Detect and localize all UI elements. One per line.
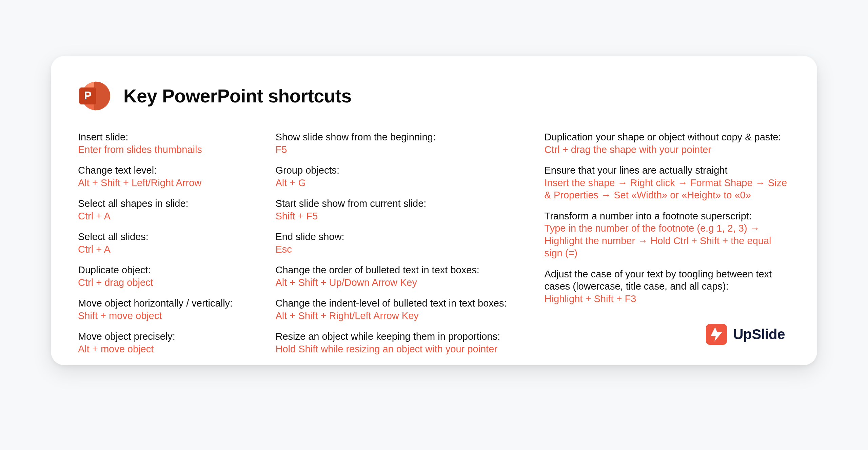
column-1: Insert slide:Enter from slides thumbnail… bbox=[78, 131, 276, 364]
powerpoint-icon: P bbox=[78, 80, 111, 112]
shortcut-keys: Type in the number of the footnote (e.g … bbox=[545, 222, 790, 259]
brand-name: UpSlide bbox=[733, 326, 785, 343]
shortcut-keys: Alt + Shift + Up/Down Arrow Key bbox=[276, 276, 545, 289]
shortcut-item: Adjust the case of your text by toogling… bbox=[545, 268, 790, 305]
shortcut-item: Select all shapes in slide:Ctrl + A bbox=[78, 197, 276, 222]
shortcut-item: End slide show:Esc bbox=[276, 231, 545, 255]
shortcut-card: P Key PowerPoint shortcuts Insert slide:… bbox=[51, 56, 817, 365]
shortcut-label: Change the order of bulleted text in tex… bbox=[276, 264, 545, 276]
upslide-icon bbox=[706, 324, 727, 345]
shortcut-label: End slide show: bbox=[276, 231, 545, 243]
shortcut-label: Change the indent-level of bulleted text… bbox=[276, 297, 545, 310]
columns: Insert slide:Enter from slides thumbnail… bbox=[78, 131, 790, 364]
column-2: Show slide show from the beginning:F5 Gr… bbox=[276, 131, 545, 364]
shortcut-label: Change text level: bbox=[78, 164, 276, 177]
shortcut-keys: Shift + move object bbox=[78, 310, 276, 322]
shortcut-keys: Ctrl + A bbox=[78, 243, 276, 256]
shortcut-keys: Hold Shift while resizing an object with… bbox=[276, 343, 545, 355]
shortcut-keys: Esc bbox=[276, 243, 545, 256]
shortcut-keys: Alt + move object bbox=[78, 343, 276, 355]
shortcut-keys: Enter from slides thumbnails bbox=[78, 143, 276, 156]
svg-marker-7 bbox=[711, 327, 722, 341]
card-title: Key PowerPoint shortcuts bbox=[123, 85, 352, 107]
shortcut-keys: Alt + G bbox=[276, 177, 545, 189]
shortcut-item: Select all slides:Ctrl + A bbox=[78, 231, 276, 255]
shortcut-item: Insert slide:Enter from slides thumbnail… bbox=[78, 131, 276, 156]
shortcut-label: Select all slides: bbox=[78, 231, 276, 243]
shortcut-label: Resize an object while keeping them in p… bbox=[276, 330, 545, 343]
shortcut-item: Start slide show from current slide:Shif… bbox=[276, 197, 545, 222]
shortcut-keys: Alt + Shift + Right/Left Arrow Key bbox=[276, 310, 545, 322]
shortcut-item: Duplicate object:Ctrl + drag object bbox=[78, 264, 276, 289]
shortcut-label: Group objects: bbox=[276, 164, 545, 177]
shortcut-item: Duplication your shape or object without… bbox=[545, 131, 790, 156]
shortcut-label: Duplicate object: bbox=[78, 264, 276, 276]
shortcut-keys: Alt + Shift + Left/Right Arrow bbox=[78, 177, 276, 189]
shortcut-keys: Ctrl + drag object bbox=[78, 276, 276, 289]
shortcut-label: Ensure that your lines are actually stra… bbox=[545, 164, 790, 177]
shortcut-item: Change text level:Alt + Shift + Left/Rig… bbox=[78, 164, 276, 189]
shortcut-item: Resize an object while keeping them in p… bbox=[276, 330, 545, 355]
shortcut-label: Move object horizontally / vertically: bbox=[78, 297, 276, 310]
shortcut-label: Adjust the case of your text by toogling… bbox=[545, 268, 790, 293]
shortcut-item: Change the order of bulleted text in tex… bbox=[276, 264, 545, 289]
card-header: P Key PowerPoint shortcuts bbox=[78, 80, 790, 112]
shortcut-item: Group objects:Alt + G bbox=[276, 164, 545, 189]
shortcut-keys: Insert the shape → Right click → Format … bbox=[545, 177, 790, 201]
shortcut-item: Change the indent-level of bulleted text… bbox=[276, 297, 545, 322]
shortcut-label: Duplication your shape or object without… bbox=[545, 131, 790, 143]
shortcut-item: Move object precisely:Alt + move object bbox=[78, 330, 276, 355]
shortcut-label: Insert slide: bbox=[78, 131, 276, 143]
shortcut-keys: Shift + F5 bbox=[276, 210, 545, 222]
shortcut-item: Show slide show from the beginning:F5 bbox=[276, 131, 545, 156]
shortcut-label: Transform a number into a footnote super… bbox=[545, 210, 790, 222]
shortcut-item: Transform a number into a footnote super… bbox=[545, 210, 790, 259]
shortcut-label: Show slide show from the beginning: bbox=[276, 131, 545, 143]
shortcut-keys: F5 bbox=[276, 143, 545, 156]
shortcut-item: Ensure that your lines are actually stra… bbox=[545, 164, 790, 201]
shortcut-keys: Ctrl + A bbox=[78, 210, 276, 222]
shortcut-label: Select all shapes in slide: bbox=[78, 197, 276, 210]
shortcut-keys: Ctrl + drag the shape with your pointer bbox=[545, 143, 790, 156]
shortcut-label: Start slide show from current slide: bbox=[276, 197, 545, 210]
brand-logo: UpSlide bbox=[706, 324, 785, 345]
shortcut-item: Move object horizontally / vertically:Sh… bbox=[78, 297, 276, 322]
shortcut-label: Move object precisely: bbox=[78, 330, 276, 343]
shortcut-keys: Highlight + Shift + F3 bbox=[545, 293, 790, 305]
svg-text:P: P bbox=[84, 89, 92, 102]
